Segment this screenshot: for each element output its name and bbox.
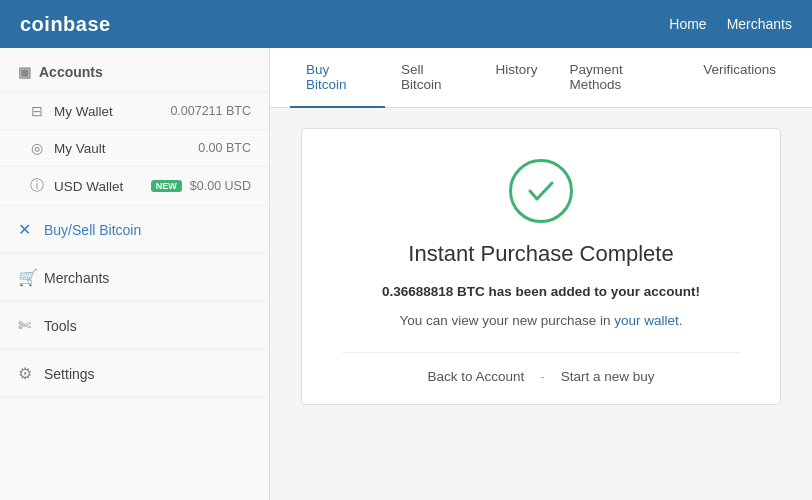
folder-icon: ▣	[18, 64, 31, 80]
purchase-link-text: You can view your new purchase in your w…	[399, 313, 682, 328]
accounts-label: Accounts	[39, 64, 103, 80]
logo: coinbase	[20, 13, 111, 36]
sidebar-item-merchants[interactable]: 🛒 Merchants	[0, 254, 269, 302]
buy-sell-label: Buy/Sell Bitcoin	[44, 222, 141, 238]
sidebar-item-my-wallet[interactable]: ⊟ My Wallet 0.007211 BTC	[0, 93, 269, 130]
sidebar-item-tools[interactable]: ✄ Tools	[0, 302, 269, 350]
link-text-before: You can view your new purchase in	[399, 313, 614, 328]
purchase-title: Instant Purchase Complete	[408, 241, 673, 267]
new-badge: NEW	[151, 180, 182, 192]
header-nav: Home Merchants	[669, 16, 792, 32]
link-text-after: .	[679, 313, 683, 328]
usd-wallet-label: USD Wallet	[54, 179, 139, 194]
sidebar-item-usd-wallet[interactable]: ⓘ USD Wallet NEW $0.00 USD	[0, 167, 269, 206]
sidebar-item-settings[interactable]: ⚙ Settings	[0, 350, 269, 398]
sidebar: ▣ Accounts ⊟ My Wallet 0.007211 BTC ◎ My…	[0, 48, 270, 500]
nav-merchants[interactable]: Merchants	[727, 16, 792, 32]
settings-label: Settings	[44, 366, 95, 382]
start-new-buy-link[interactable]: Start a new buy	[561, 369, 655, 384]
my-wallet-label: My Wallet	[54, 104, 162, 119]
purchase-complete-card: Instant Purchase Complete 0.36688818 BTC…	[301, 128, 781, 405]
card-footer: Back to Account - Start a new buy	[342, 352, 740, 384]
tab-history[interactable]: History	[480, 48, 554, 108]
tools-label: Tools	[44, 318, 77, 334]
footer-separator: -	[540, 369, 544, 384]
btc-amount: 0.36688818 BTC has been added to your ac…	[382, 284, 700, 299]
tab-verifications[interactable]: Verifications	[687, 48, 792, 108]
layout: ▣ Accounts ⊟ My Wallet 0.007211 BTC ◎ My…	[0, 48, 812, 500]
sidebar-item-buy-sell[interactable]: ✕ Buy/Sell Bitcoin	[0, 206, 269, 254]
merchants-icon: 🛒	[18, 268, 36, 287]
purchase-body: 0.36688818 BTC has been added to your ac…	[382, 281, 700, 303]
sidebar-item-my-vault[interactable]: ◎ My Vault 0.00 BTC	[0, 130, 269, 167]
back-to-account-link[interactable]: Back to Account	[428, 369, 525, 384]
success-icon	[509, 159, 573, 223]
main-content: Buy Bitcoin Sell Bitcoin History Payment…	[270, 48, 812, 500]
vault-icon: ◎	[28, 140, 46, 156]
accounts-section-header: ▣ Accounts	[0, 48, 269, 93]
your-wallet-link[interactable]: your wallet	[614, 313, 679, 328]
tab-sell-bitcoin[interactable]: Sell Bitcoin	[385, 48, 479, 108]
my-vault-value: 0.00 BTC	[198, 141, 251, 155]
nav-home[interactable]: Home	[669, 16, 706, 32]
wallet-icon: ⊟	[28, 103, 46, 119]
tab-buy-bitcoin[interactable]: Buy Bitcoin	[290, 48, 385, 108]
usd-icon: ⓘ	[28, 177, 46, 195]
settings-icon: ⚙	[18, 364, 36, 383]
my-wallet-value: 0.007211 BTC	[170, 104, 251, 118]
my-vault-label: My Vault	[54, 141, 190, 156]
merchants-label: Merchants	[44, 270, 109, 286]
main-content-area: Instant Purchase Complete 0.36688818 BTC…	[270, 108, 812, 500]
tab-payment-methods[interactable]: Payment Methods	[554, 48, 688, 108]
usd-wallet-value: $0.00 USD	[190, 179, 251, 193]
buysell-icon: ✕	[18, 220, 36, 239]
tabs-bar: Buy Bitcoin Sell Bitcoin History Payment…	[270, 48, 812, 108]
tools-icon: ✄	[18, 316, 36, 335]
header: coinbase Home Merchants	[0, 0, 812, 48]
